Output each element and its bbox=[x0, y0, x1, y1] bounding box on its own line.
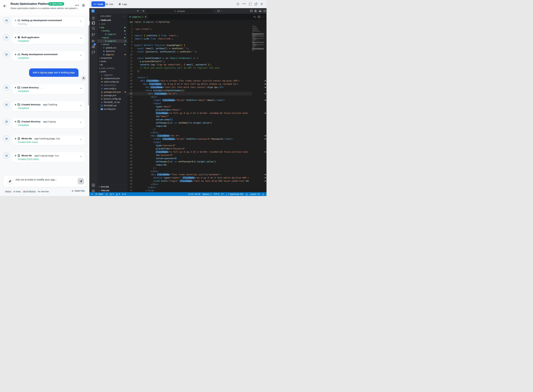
status-ln-22-col-25[interactable]: Ln 22, Col 25 bbox=[187, 192, 201, 196]
attach-files-button[interactable]: Attach files bbox=[71, 190, 85, 192]
timeline-section[interactable]: TIMELINE bbox=[97, 188, 127, 192]
tree-item-next.config.ts[interactable]: TSnext.config.ts bbox=[97, 87, 127, 90]
share-user-icon[interactable] bbox=[260, 3, 263, 6]
status-lf[interactable]: LF bbox=[220, 192, 225, 196]
code-area[interactable]: 12'use client';34import { useState } fro… bbox=[127, 24, 252, 192]
code-tab-button[interactable]: </> Code bbox=[91, 1, 105, 7]
breadcrumb-app[interactable]: app bbox=[130, 21, 133, 23]
tree-item-readme-ai.md[interactable]: README_AI.md bbox=[97, 101, 127, 104]
customize-layout-icon[interactable] bbox=[250, 9, 253, 12]
vscode-logo-icon[interactable] bbox=[91, 9, 95, 13]
toggle-sidebar-icon[interactable] bbox=[254, 9, 257, 12]
status-0[interactable]: 0 bbox=[115, 192, 121, 196]
status-bell[interactable] bbox=[261, 192, 265, 196]
fullscreen-icon[interactable] bbox=[249, 3, 252, 6]
toggle-secondary-sidebar-icon[interactable] bbox=[263, 9, 266, 12]
chevron-down-icon[interactable] bbox=[221, 10, 222, 12]
back-button[interactable] bbox=[3, 4, 7, 8]
refresh-icon[interactable] bbox=[236, 3, 239, 6]
status-0[interactable]: 0 bbox=[109, 192, 115, 196]
tree-root-template[interactable]: TEMPLATE bbox=[97, 19, 127, 22]
status-main-[interactable]: main* bbox=[94, 192, 104, 196]
status-remote[interactable] bbox=[90, 192, 94, 196]
toggle-panel-icon[interactable] bbox=[259, 9, 262, 12]
run-task-icon[interactable] bbox=[217, 9, 220, 12]
status-utf-8[interactable]: UTF-8 bbox=[213, 192, 220, 196]
chevron-down-icon[interactable] bbox=[80, 155, 82, 158]
breadcrumb-signup[interactable]: signup bbox=[135, 21, 141, 23]
menu-icon[interactable] bbox=[91, 16, 95, 20]
account-icon[interactable] bbox=[91, 183, 95, 187]
explorer-actions-icon[interactable]: ··· bbox=[122, 15, 125, 17]
tree-item-node-modules[interactable]: node_modules bbox=[97, 66, 127, 70]
tree-item-layout.tsx[interactable]: layout.tsx bbox=[97, 50, 127, 53]
tree-item-hooks[interactable]: hooks bbox=[97, 60, 127, 63]
task-card[interactable]: Created directoryapp/signupCompleted bbox=[12, 118, 84, 128]
tree-item-page.tsx[interactable]: page.tsxU bbox=[97, 33, 127, 36]
split-editor-icon[interactable] bbox=[258, 15, 260, 18]
tree-item-app[interactable]: app bbox=[97, 26, 127, 29]
status-smiley[interactable] bbox=[244, 192, 249, 196]
compare-changes-icon[interactable] bbox=[253, 15, 256, 18]
tree-item-next-env.d.ts[interactable]: TSnext-env.d.ts bbox=[97, 84, 127, 87]
tree-item-page.tsx[interactable]: page.tsxM bbox=[97, 53, 127, 56]
nav-back-icon[interactable] bbox=[137, 9, 139, 12]
tree-item-postcss.config.mjs[interactable]: JSpostcss.config.mjs bbox=[97, 97, 127, 101]
outline-section[interactable]: OUTLINE bbox=[97, 185, 127, 189]
breadcrumb-signuppage[interactable]: SignUpPage bbox=[155, 21, 170, 23]
tree-item-public[interactable]: public bbox=[97, 70, 127, 73]
chat-input[interactable] bbox=[15, 178, 77, 185]
send-button[interactable] bbox=[78, 178, 84, 184]
status-0[interactable]: 0 bbox=[121, 192, 127, 196]
chevron-down-icon[interactable] bbox=[80, 104, 82, 107]
task-card[interactable]: Wrote fileapp/landing/page.tsxCreated (5… bbox=[12, 135, 84, 145]
tree-item-readme.md[interactable]: README.md bbox=[97, 104, 127, 107]
tab-page-tsx[interactable]: page.tsx U ✕ bbox=[127, 14, 148, 20]
status-typescript-jsx[interactable]: { }TypeScript JSX bbox=[225, 192, 244, 196]
task-card[interactable]: Created directoryapp/landingCompleted bbox=[12, 101, 84, 111]
tree-item-tsconfig.json[interactable]: TStsconfig.json bbox=[97, 107, 127, 111]
chevron-down-icon[interactable] bbox=[80, 138, 82, 141]
chevron-down-icon[interactable] bbox=[80, 20, 82, 23]
view-code-icon[interactable]: </> bbox=[75, 4, 79, 6]
task-card[interactable]: Setting up development environmentRunnin… bbox=[12, 17, 84, 27]
overview-ruler[interactable] bbox=[264, 24, 266, 192]
tree-item-lib[interactable]: lib bbox=[97, 63, 127, 66]
task-card[interactable]: Ready development environmentCompleted bbox=[12, 51, 84, 61]
tree-item-.next[interactable]: .next bbox=[97, 22, 127, 26]
status-sync[interactable] bbox=[104, 192, 109, 196]
files-icon[interactable] bbox=[91, 21, 95, 25]
tree-item-landing[interactable]: landing bbox=[97, 29, 127, 33]
tree-item-components[interactable]: components bbox=[97, 56, 127, 60]
search-icon[interactable] bbox=[91, 26, 95, 30]
attach-paperclip-button[interactable] bbox=[7, 178, 13, 184]
task-card[interactable]: Listed directory.Completed bbox=[12, 84, 84, 94]
tree-item-.gitignore[interactable]: .gitignore bbox=[97, 73, 127, 77]
editor-actions-icon[interactable]: ··· bbox=[262, 15, 265, 18]
breadcrumb-page.tsx[interactable]: page.tsx bbox=[143, 21, 154, 23]
tree-item-globals.css[interactable]: #globals.css bbox=[97, 46, 127, 50]
settings-gear-icon[interactable] bbox=[82, 4, 85, 7]
logs-tab-button[interactable]: Logs bbox=[119, 1, 127, 7]
tree-item-upload[interactable]: upload bbox=[97, 43, 127, 46]
task-card[interactable]: Built applicationCompleted bbox=[12, 34, 84, 44]
status-layout-us[interactable]: Layout: US bbox=[249, 192, 261, 196]
close-tab-icon[interactable]: ✕ bbox=[145, 15, 146, 18]
chat-icon[interactable] bbox=[91, 50, 95, 54]
tree-item-package-lock.json[interactable]: {}package-lock.jsonM bbox=[97, 90, 127, 94]
chevron-down-icon[interactable] bbox=[80, 121, 82, 124]
open-code-icon[interactable]: </> bbox=[243, 3, 246, 6]
chevron-down-icon[interactable] bbox=[80, 87, 82, 90]
command-center-search[interactable]: template bbox=[145, 9, 214, 13]
tree-item-components.json[interactable]: {}components.json bbox=[97, 77, 127, 80]
status-spaces-2[interactable]: Spaces: 2 bbox=[201, 192, 212, 196]
task-card[interactable]: Wrote fileapp/signup/page.tsxCreated (21… bbox=[12, 152, 84, 162]
live-tab-button[interactable]: Live bbox=[106, 1, 113, 7]
open-external-icon[interactable] bbox=[254, 3, 257, 6]
chat-scrollbar[interactable] bbox=[88, 26, 89, 106]
minimap[interactable] bbox=[252, 24, 264, 192]
chevron-down-icon[interactable] bbox=[80, 54, 82, 56]
nav-forward-icon[interactable] bbox=[142, 9, 145, 12]
debug-icon[interactable] bbox=[91, 39, 95, 43]
tree-item-eslint.config.mjs[interactable]: JSeslint.config.mjs bbox=[97, 80, 127, 84]
